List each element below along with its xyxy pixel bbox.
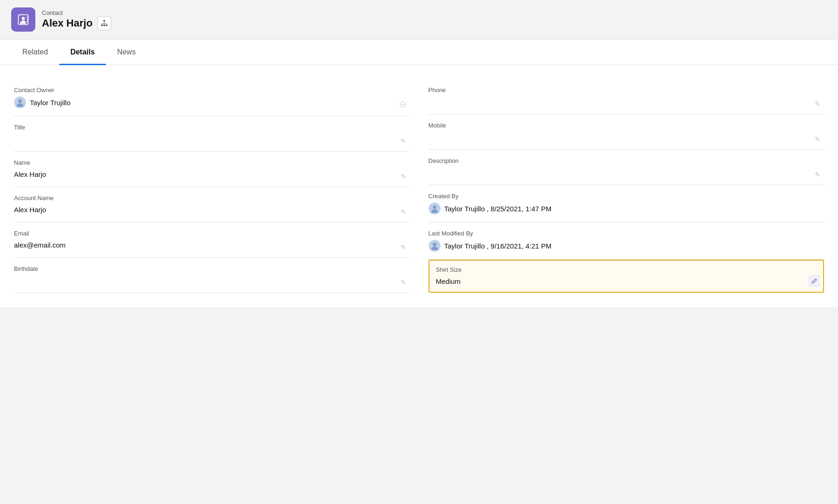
email-edit-icon[interactable]: ✎ — [401, 243, 406, 251]
field-description: Description ✎ — [429, 150, 825, 185]
created-by-avatar — [429, 202, 441, 215]
field-name: Name Alex Harjo ✎ — [14, 152, 410, 187]
field-email: Email alex@email.com ✎ — [14, 222, 410, 258]
birthdate-value — [14, 275, 410, 285]
description-value — [429, 167, 825, 177]
contact-owner-name[interactable]: Taylor Trujillo — [30, 99, 71, 107]
mobile-label: Mobile — [429, 122, 825, 129]
contact-owner-label: Contact Owner — [14, 87, 410, 94]
contact-owner-avatar — [14, 96, 26, 108]
left-column: Contact Owner Taylor Trujillo — [14, 79, 410, 293]
account-name-edit-icon[interactable]: ✎ — [401, 208, 406, 215]
email-label: Email — [14, 230, 410, 237]
tabs: Related Details News — [0, 40, 838, 65]
field-title: Title ✎ — [14, 116, 410, 152]
field-phone: Phone ✎ — [429, 79, 825, 114]
contact-name: Alex Harjo — [42, 17, 93, 29]
header-text: Contact Alex Harjo — [42, 9, 111, 30]
last-modified-by-avatar — [429, 240, 441, 252]
tab-details[interactable]: Details — [59, 40, 106, 65]
field-contact-owner: Contact Owner Taylor Trujillo — [14, 79, 410, 116]
svg-rect-9 — [106, 25, 107, 26]
description-edit-icon[interactable]: ✎ — [815, 171, 820, 178]
created-by-label: Created By — [429, 193, 825, 200]
account-name-link[interactable]: Alex Harjo — [14, 206, 46, 214]
tab-related[interactable]: Related — [11, 40, 59, 65]
phone-label: Phone — [429, 87, 825, 94]
svg-point-16 — [18, 100, 21, 103]
svg-rect-7 — [101, 25, 103, 26]
name-label: Name — [14, 159, 410, 166]
right-column: Phone ✎ Mobile ✎ Description ✎ — [429, 79, 825, 293]
created-by-name[interactable]: Taylor Trujillo — [444, 205, 485, 213]
header-name-row: Alex Harjo — [42, 16, 111, 30]
field-shirt-size: Shirt Size Medium — [429, 260, 825, 293]
email-value: alex@email.com — [14, 240, 410, 250]
created-by-date: , 8/25/2021, 1:47 PM — [487, 205, 551, 213]
email-link[interactable]: alex@email.com — [14, 241, 66, 249]
phone-edit-icon[interactable]: ✎ — [815, 100, 820, 108]
svg-rect-6 — [103, 20, 105, 21]
shirt-size-value: Medium — [436, 276, 817, 286]
last-modified-by-name[interactable]: Taylor Trujillo — [444, 242, 485, 250]
svg-rect-3 — [27, 17, 28, 18]
fields-grid: Contact Owner Taylor Trujillo — [14, 79, 824, 293]
field-birthdate: Birthdate ✎ — [14, 258, 410, 293]
contact-icon — [11, 7, 35, 32]
mobile-edit-icon[interactable]: ✎ — [815, 135, 820, 143]
last-modified-by-date: , 9/16/2021, 4:21 PM — [487, 242, 551, 250]
created-by-value: Taylor Trujillo , 8/25/2021, 1:47 PM — [429, 202, 825, 215]
shirt-size-label: Shirt Size — [436, 266, 817, 273]
svg-point-1 — [22, 17, 25, 20]
contact-owner-value: Taylor Trujillo — [14, 96, 410, 108]
page-header: Contact Alex Harjo — [0, 0, 838, 40]
name-edit-icon[interactable]: ✎ — [401, 173, 406, 180]
title-value — [14, 134, 410, 144]
title-label: Title — [14, 124, 410, 131]
detail-content: Contact Owner Taylor Trujillo — [0, 65, 838, 307]
field-last-modified-by: Last Modified By Taylor Trujillo , 9/16/… — [429, 222, 825, 260]
shirt-size-edit-icon[interactable] — [808, 275, 820, 287]
svg-rect-4 — [27, 19, 28, 20]
name-value: Alex Harjo — [14, 169, 410, 179]
last-modified-by-label: Last Modified By — [429, 230, 825, 237]
account-name-label: Account Name — [14, 195, 410, 202]
main-content: Related Details News Contact Owner — [0, 40, 838, 307]
hierarchy-button[interactable] — [97, 16, 111, 30]
title-edit-icon[interactable]: ✎ — [401, 137, 406, 145]
tab-news[interactable]: News — [106, 40, 147, 65]
svg-point-22 — [433, 243, 436, 246]
created-by-with-date: Taylor Trujillo , 8/25/2021, 1:47 PM — [444, 205, 552, 213]
birthdate-edit-icon[interactable]: ✎ — [401, 279, 406, 286]
svg-rect-8 — [103, 25, 105, 26]
last-modified-by-with-date: Taylor Trujillo , 9/16/2021, 4:21 PM — [444, 242, 552, 250]
description-label: Description — [429, 157, 825, 164]
field-mobile: Mobile ✎ — [429, 114, 825, 150]
contact-owner-edit-icon[interactable] — [400, 101, 406, 109]
svg-rect-5 — [27, 21, 28, 22]
account-name-value: Alex Harjo — [14, 204, 410, 215]
birthdate-label: Birthdate — [14, 265, 410, 272]
last-modified-by-value: Taylor Trujillo , 9/16/2021, 4:21 PM — [429, 240, 825, 252]
phone-value — [429, 96, 825, 107]
field-account-name: Account Name Alex Harjo ✎ — [14, 187, 410, 222]
mobile-value — [429, 132, 825, 142]
svg-point-20 — [433, 206, 436, 209]
field-created-by: Created By Taylor Trujillo , 8/25/2021, … — [429, 185, 825, 222]
header-label: Contact — [42, 9, 111, 16]
